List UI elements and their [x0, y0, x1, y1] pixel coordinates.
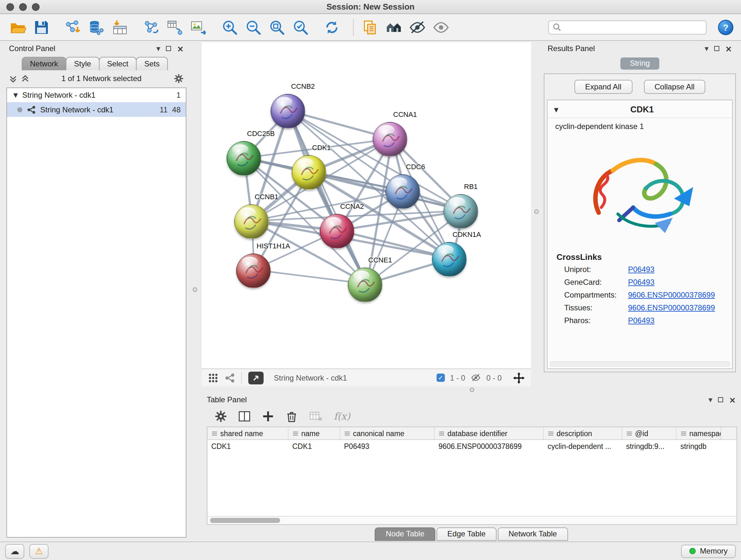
- show-neighbors-icon[interactable]: [384, 17, 404, 37]
- gear-icon[interactable]: [214, 410, 227, 423]
- network-node-cdc6[interactable]: [386, 174, 420, 209]
- cloud-status-icon[interactable]: ☁: [5, 544, 24, 558]
- float-panel-icon[interactable]: ▼: [709, 397, 712, 402]
- new-network-icon[interactable]: [141, 17, 161, 37]
- splitter-handle[interactable]: [534, 209, 539, 214]
- zoom-in-icon[interactable]: [219, 17, 240, 37]
- float-panel-icon[interactable]: ▼: [156, 46, 160, 51]
- duplicate-page-icon[interactable]: [360, 17, 381, 37]
- column-header[interactable]: description: [544, 427, 622, 439]
- crosslink-row: GeneCard:P06493: [548, 276, 732, 289]
- zoom-selected-icon[interactable]: [290, 17, 311, 37]
- minimize-window-button[interactable]: [19, 3, 27, 10]
- show-graphics-details-icon[interactable]: [431, 17, 451, 37]
- zoom-out-icon[interactable]: [243, 17, 264, 37]
- table-splitter[interactable]: [202, 386, 741, 393]
- zoom-fit-icon[interactable]: [267, 17, 287, 37]
- network-options-gear-icon[interactable]: [174, 73, 184, 84]
- pan-move-icon[interactable]: [513, 372, 525, 383]
- close-panel-icon[interactable]: ×: [177, 44, 184, 53]
- left-splitter[interactable]: [189, 41, 202, 542]
- splitter-handle[interactable]: [470, 388, 474, 392]
- network-node-cdk1[interactable]: [292, 155, 326, 190]
- collapse-all-icon[interactable]: [9, 74, 17, 83]
- expand-all-button[interactable]: Expand All: [575, 80, 632, 94]
- maximize-panel-icon[interactable]: [714, 46, 719, 51]
- expand-all-icon[interactable]: [21, 74, 29, 83]
- tab-string[interactable]: String: [620, 57, 660, 70]
- crosslink-value[interactable]: 9606.ENSP00000378699: [628, 303, 715, 312]
- tab-node-table[interactable]: Node Table: [375, 527, 435, 541]
- search-field[interactable]: [548, 20, 706, 34]
- tab-edge-table[interactable]: Edge Table: [436, 527, 496, 541]
- close-window-button[interactable]: [6, 3, 14, 10]
- warning-icon[interactable]: ⚠: [29, 544, 49, 558]
- column-header[interactable]: name: [288, 427, 340, 439]
- close-panel-icon[interactable]: ×: [725, 44, 732, 53]
- tab-network[interactable]: Network: [22, 57, 66, 70]
- collapse-all-button[interactable]: Collapse All: [644, 80, 705, 94]
- crosslink-row: Tissues:9606.ENSP00000378699: [548, 301, 732, 314]
- scrollbar-thumb[interactable]: [210, 518, 280, 523]
- network-node-ccnb1[interactable]: [234, 204, 269, 239]
- network-node-hist1h1a[interactable]: [236, 253, 271, 288]
- import-table-from-file-icon[interactable]: [110, 17, 130, 37]
- add-row-icon[interactable]: [262, 410, 274, 423]
- collapse-tree-icon[interactable]: ▼: [13, 92, 18, 98]
- crosslink-value[interactable]: P06493: [628, 278, 655, 287]
- close-panel-icon[interactable]: ×: [729, 395, 736, 404]
- column-header[interactable]: canonical name: [340, 427, 434, 439]
- detach-view-icon[interactable]: [248, 371, 264, 384]
- import-network-from-database-icon[interactable]: [86, 17, 107, 37]
- maximize-panel-icon[interactable]: [166, 46, 171, 51]
- import-network-from-file-icon[interactable]: [63, 17, 83, 37]
- network-node-cdc25b[interactable]: [226, 141, 261, 176]
- memory-button[interactable]: Memory: [681, 544, 736, 558]
- column-header[interactable]: namespace: [677, 427, 721, 439]
- results-horizontal-scrollbar[interactable]: [549, 361, 730, 367]
- network-node-ccna1[interactable]: [373, 122, 407, 157]
- maximize-window-button[interactable]: [32, 3, 40, 10]
- network-canvas[interactable]: CCNB2CCNA1CDC25BCDK1CDC6RB1CCNB1CCNA2CDK…: [202, 42, 531, 368]
- function-builder-icon[interactable]: f(x): [334, 411, 350, 422]
- search-input[interactable]: [564, 23, 702, 32]
- grid-view-icon[interactable]: [208, 373, 218, 383]
- tab-sets[interactable]: Sets: [136, 57, 168, 70]
- network-node-ccne1[interactable]: [348, 267, 382, 302]
- help-icon[interactable]: ?: [718, 19, 733, 35]
- delete-row-icon[interactable]: [285, 410, 298, 423]
- open-session-icon[interactable]: [8, 17, 28, 37]
- maximize-panel-icon[interactable]: [718, 397, 723, 402]
- splitter-handle[interactable]: [193, 287, 197, 292]
- columns-icon[interactable]: [238, 410, 251, 423]
- apply-layout-icon[interactable]: [322, 17, 342, 37]
- network-node-ccna2[interactable]: [320, 214, 354, 248]
- crosslink-value[interactable]: P06493: [628, 316, 655, 325]
- save-session-icon[interactable]: [31, 17, 52, 37]
- column-header[interactable]: database identifier: [434, 427, 544, 439]
- new-table-icon[interactable]: [165, 17, 185, 37]
- crosslink-value[interactable]: 9606.ENSP00000378699: [628, 291, 715, 300]
- network-overview-icon[interactable]: [225, 373, 235, 383]
- crosslink-value[interactable]: P06493: [628, 265, 655, 274]
- hide-graphics-details-icon[interactable]: [407, 17, 428, 37]
- delete-table-icon[interactable]: [309, 410, 323, 423]
- network-collection-row[interactable]: ▼ String Network - cdk1 1: [7, 88, 186, 102]
- float-panel-icon[interactable]: ▼: [704, 46, 709, 51]
- network-node-ccnb2[interactable]: [271, 94, 305, 128]
- right-splitter[interactable]: [531, 41, 542, 386]
- column-header[interactable]: @id: [622, 427, 677, 439]
- tab-select[interactable]: Select: [98, 57, 137, 70]
- network-node-rb1[interactable]: [444, 194, 478, 229]
- tab-network-table[interactable]: Network Table: [498, 527, 568, 541]
- collapse-section-icon[interactable]: ▼: [554, 106, 558, 113]
- network-node-cdkn1a[interactable]: [432, 242, 467, 276]
- table-row[interactable]: CDK1CDK1P064939606.ENSP00000378699cyclin…: [207, 440, 737, 453]
- title-bar: Session: New Session: [0, 0, 741, 14]
- column-header[interactable]: shared name: [207, 427, 288, 439]
- export-image-icon[interactable]: [188, 17, 209, 37]
- network-row-selected[interactable]: String Network - cdk1 11 48: [7, 102, 186, 117]
- protein-section-header[interactable]: ▼ CDK1: [548, 100, 732, 118]
- tab-style[interactable]: Style: [66, 57, 99, 70]
- network-collection-count: 1: [177, 91, 181, 100]
